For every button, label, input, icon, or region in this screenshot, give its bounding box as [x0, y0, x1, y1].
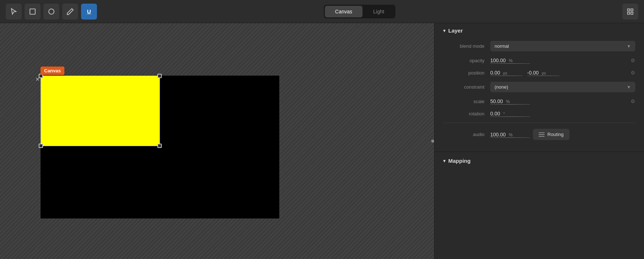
- blend-mode-row: blend mode normal ▼: [443, 41, 635, 51]
- rotation-unit: °: [503, 111, 505, 116]
- opacity-scrubber: [490, 63, 530, 64]
- svg-rect-3: [631, 9, 633, 11]
- audio-row: audio 100.00 % Routing: [443, 129, 635, 140]
- svg-rect-5: [631, 12, 633, 14]
- position-x-unit: px: [503, 71, 508, 75]
- layer-section-title: Layer: [448, 27, 463, 34]
- selection-box: [41, 76, 160, 146]
- svg-rect-0: [30, 9, 35, 14]
- constraint-label: constraint: [443, 84, 490, 90]
- svg-rect-4: [628, 12, 630, 14]
- canvas-viewport[interactable]: Canvas ✕: [0, 23, 434, 259]
- scale-number: 50.00: [490, 98, 503, 104]
- handle-bottom-right[interactable]: [157, 144, 162, 148]
- opacity-row: opacity 100.00 % ⚙: [443, 57, 635, 64]
- opacity-value-area: 100.00 % ⚙: [490, 57, 635, 64]
- position-label: position: [443, 70, 490, 76]
- position-x-scrubber: [490, 76, 523, 76]
- routing-button[interactable]: Routing: [533, 129, 569, 140]
- audio-scrubber: [490, 137, 530, 138]
- constraint-arrow-icon: ▼: [627, 85, 631, 90]
- rotation-value-area: 0.00 °: [490, 110, 635, 117]
- routing-icon: [539, 132, 545, 137]
- opacity-unit: %: [509, 58, 513, 63]
- main-area: Canvas ✕ ▾ Layer: [0, 23, 644, 259]
- opacity-number: 100.00: [490, 58, 506, 63]
- toolbar: U Canvas Light: [0, 0, 644, 23]
- position-value-area: 0.00 px -0.00 px ⚙: [490, 69, 635, 76]
- frame-tool-button[interactable]: [25, 4, 41, 20]
- canvas-label-badge: Canvas: [41, 67, 64, 75]
- rotation-row: rotation 0.00 °: [443, 110, 635, 117]
- underlay-tool-button[interactable]: U: [81, 4, 97, 20]
- section-divider-1: [443, 123, 635, 123]
- constraint-selected: (none): [495, 84, 627, 90]
- svg-rect-2: [628, 9, 630, 11]
- layer-section-header[interactable]: ▾ Layer: [443, 27, 635, 34]
- audio-field[interactable]: 100.00 %: [490, 131, 530, 138]
- yellow-layer[interactable]: [41, 76, 160, 146]
- toolbar-center: Canvas Light: [100, 5, 619, 18]
- scale-value-area: 50.00 % ⚙: [490, 98, 635, 105]
- position-x-value: 0.00: [490, 70, 500, 76]
- blend-mode-label: blend mode: [443, 43, 490, 49]
- position-gear-icon[interactable]: ⚙: [631, 70, 635, 76]
- svg-point-1: [49, 9, 54, 14]
- audio-label: audio: [443, 132, 490, 137]
- constraint-dropdown[interactable]: (none) ▼: [490, 82, 635, 92]
- edge-dot: [431, 140, 434, 143]
- scale-field[interactable]: 50.00 %: [490, 98, 530, 105]
- rotation-field[interactable]: 0.00 °: [490, 110, 530, 117]
- right-panel: ▾ Layer blend mode normal ▼ opacity: [434, 23, 644, 259]
- canvas-tab[interactable]: Canvas: [325, 6, 362, 17]
- scale-row: scale 50.00 % ⚙: [443, 98, 635, 105]
- position-y-scrubber: [527, 76, 560, 76]
- opacity-gear-icon[interactable]: ⚙: [631, 58, 635, 63]
- handle-top-right[interactable]: [157, 74, 162, 78]
- blend-mode-dropdown[interactable]: normal ▼: [490, 41, 635, 51]
- position-y-value: -0.00: [527, 70, 539, 76]
- mapping-chevron-icon: ▾: [443, 158, 445, 164]
- mapping-section-title: Mapping: [448, 158, 471, 164]
- layer-section: ▾ Layer blend mode normal ▼ opacity: [435, 23, 644, 152]
- scale-unit: %: [506, 99, 510, 104]
- rotation-label: rotation: [443, 111, 490, 116]
- position-row: position 0.00 px -0.00 px: [443, 69, 635, 76]
- scale-gear-icon[interactable]: ⚙: [631, 98, 635, 104]
- audio-unit: %: [509, 132, 513, 137]
- light-tab[interactable]: Light: [363, 6, 394, 17]
- opacity-label: opacity: [443, 58, 490, 63]
- position-y-field[interactable]: -0.00 px: [527, 69, 560, 76]
- blend-mode-value: normal ▼: [490, 41, 635, 51]
- view-tab-group: Canvas Light: [324, 5, 395, 18]
- position-fields: 0.00 px -0.00 px: [490, 69, 628, 76]
- rotation-number: 0.00: [490, 111, 500, 116]
- routing-label: Routing: [547, 132, 564, 137]
- audio-value-area: 100.00 % Routing: [490, 129, 635, 140]
- rotation-scrubber: [490, 116, 530, 117]
- pen-tool-button[interactable]: [62, 4, 78, 20]
- scale-label: scale: [443, 99, 490, 104]
- mapping-section: ▾ Mapping: [435, 152, 644, 177]
- handle-bottom-left[interactable]: [39, 144, 43, 148]
- blend-mode-selected: normal: [495, 43, 627, 49]
- blend-mode-arrow-icon: ▼: [627, 44, 631, 49]
- select-tool-button[interactable]: [6, 4, 22, 20]
- grid-view-button[interactable]: [622, 4, 638, 20]
- canvas-black-background[interactable]: [41, 76, 279, 218]
- constraint-value-area: (none) ▼: [490, 82, 635, 92]
- position-x-field[interactable]: 0.00 px: [490, 69, 523, 76]
- constraint-row: constraint (none) ▼: [443, 82, 635, 92]
- position-y-unit: px: [542, 71, 546, 75]
- circle-tool-button[interactable]: [43, 4, 59, 20]
- audio-number: 100.00: [490, 132, 506, 137]
- layer-chevron-icon: ▾: [443, 28, 445, 33]
- opacity-field[interactable]: 100.00 %: [490, 57, 530, 64]
- mapping-section-header[interactable]: ▾ Mapping: [443, 158, 635, 164]
- scale-scrubber: [490, 104, 530, 105]
